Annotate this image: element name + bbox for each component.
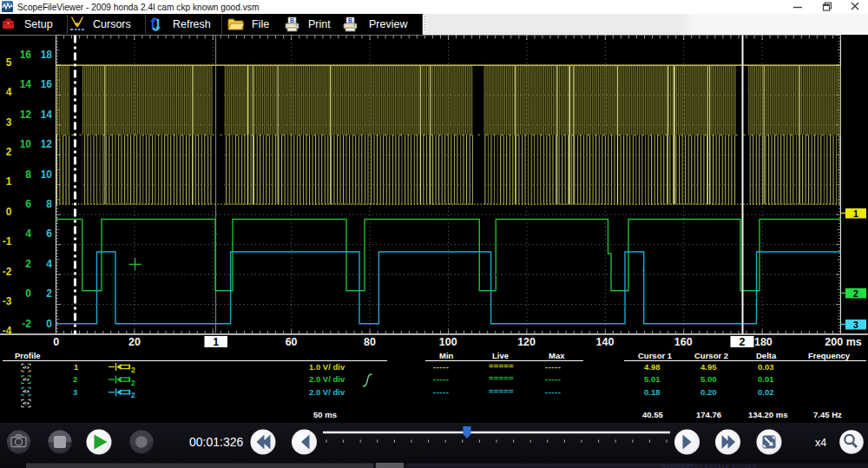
svg-text:160: 160	[674, 336, 693, 348]
svg-text:6: 6	[25, 198, 31, 210]
svg-text:-4: -4	[3, 325, 12, 337]
svg-text:10: 10	[41, 168, 53, 181]
svg-text:2: 2	[25, 258, 31, 270]
svg-text:3: 3	[853, 320, 858, 330]
svg-text:120: 120	[517, 336, 536, 348]
svg-text:B: B	[348, 17, 352, 23]
svg-text:18: 18	[41, 49, 53, 61]
svg-text:2: 2	[853, 288, 858, 299]
svg-text:0: 0	[6, 206, 12, 218]
svg-text:8: 8	[25, 168, 31, 181]
svg-text:0: 0	[25, 287, 31, 300]
svg-text:2: 2	[46, 287, 52, 300]
svg-text:100: 100	[439, 336, 457, 348]
svg-text:200 ms: 200 ms	[825, 336, 861, 348]
svg-text:16: 16	[41, 78, 53, 90]
svg-text:0: 0	[46, 318, 52, 330]
svg-text:-3: -3	[3, 295, 12, 307]
svg-text:1: 1	[6, 175, 12, 188]
svg-text:2: 2	[6, 146, 12, 158]
svg-text:B: B	[290, 17, 294, 23]
svg-text:60: 60	[286, 336, 298, 348]
svg-text:8: 8	[46, 198, 52, 210]
svg-text:20: 20	[128, 336, 141, 348]
svg-text:x4: x4	[815, 437, 826, 449]
svg-text:5: 5	[6, 56, 12, 69]
svg-text:0: 0	[53, 336, 59, 348]
svg-text:10: 10	[20, 138, 32, 150]
svg-text:2: 2	[740, 336, 746, 348]
svg-text:16: 16	[20, 49, 32, 61]
svg-text:1: 1	[853, 208, 858, 219]
svg-text:12: 12	[41, 138, 53, 150]
svg-text:80: 80	[364, 336, 376, 348]
svg-text:180: 180	[754, 336, 773, 348]
svg-text:2: 2	[131, 379, 135, 387]
svg-text:12: 12	[20, 109, 32, 121]
svg-text:-2: -2	[22, 318, 31, 330]
svg-text:00:01:326: 00:01:326	[189, 435, 243, 449]
svg-text:3: 3	[6, 116, 12, 129]
svg-text:2: 2	[131, 366, 135, 374]
svg-text:4: 4	[6, 86, 12, 98]
svg-text:140: 140	[596, 336, 615, 348]
svg-text:4: 4	[46, 258, 52, 270]
svg-text:-2: -2	[3, 266, 12, 278]
svg-text:1: 1	[213, 336, 219, 348]
svg-text:2: 2	[131, 391, 135, 399]
svg-text:-1: -1	[3, 235, 12, 247]
svg-text:14: 14	[41, 109, 53, 121]
svg-text:6: 6	[46, 227, 52, 240]
svg-text:4: 4	[25, 227, 31, 240]
svg-text:14: 14	[20, 78, 32, 90]
svg-text:WASHINGTON DOUBLE CITIZEN: WASHINGTON DOUBLE CITIZEN	[661, 464, 757, 468]
